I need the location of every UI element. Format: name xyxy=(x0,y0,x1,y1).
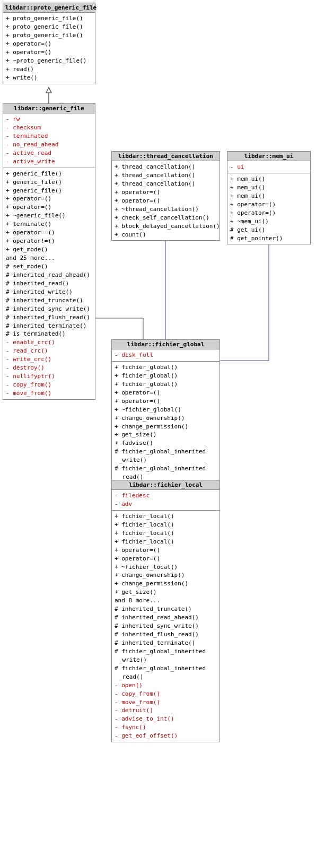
mem-ui-methods: + mem_ui() + mem_ui() + mem_ui() + opera… xyxy=(227,173,310,244)
method-item: + thread_cancellation() xyxy=(115,163,217,171)
method-item: + fichier_local() xyxy=(115,512,217,521)
method-item: + operator=() xyxy=(6,48,92,57)
method-item: + mem_ui() xyxy=(230,183,308,192)
method-item: + block_delayed_cancellation() xyxy=(115,222,217,231)
method-item: + mem_ui() xyxy=(230,175,308,183)
method-item: + operator!=() xyxy=(6,237,92,246)
method-item: - copy_from() xyxy=(115,690,217,698)
method-item: # inherited_sync_write() xyxy=(6,305,92,313)
fichier-local-box: libdar::fichier_local - filedesc - adv +… xyxy=(111,480,220,742)
attr-item: - ui xyxy=(230,163,308,171)
method-item: - move_from() xyxy=(6,389,92,398)
method-item: - nullifyptr() xyxy=(6,372,92,381)
method-item: + check_self_cancellation() xyxy=(115,214,217,222)
generic-file-box: libdar::generic_file - rw - checksum - t… xyxy=(3,103,95,400)
method-item: and 8 more... xyxy=(115,597,217,605)
thread-cancellation-title: libdar::thread_cancellation xyxy=(112,152,220,161)
fichier-global-title: libdar::fichier_global xyxy=(112,340,220,349)
method-item: + operator=() xyxy=(230,209,308,217)
method-item: + operator=() xyxy=(115,555,217,563)
method-item: # inherited_flush_read() xyxy=(115,630,217,639)
method-item: + terminate() xyxy=(6,220,92,229)
method-item: + change_ownership() xyxy=(115,571,217,580)
thread-cancellation-box: libdar::thread_cancellation + thread_can… xyxy=(111,151,220,241)
method-item: _write() xyxy=(115,456,217,464)
method-item: - move_from() xyxy=(115,698,217,707)
method-item: # fichier_global_inherited xyxy=(115,664,217,673)
method-item: + operator=() xyxy=(115,397,217,406)
method-item: + generic_file() xyxy=(6,187,92,195)
method-item: + ~proto_generic_file() xyxy=(6,57,92,65)
fichier-global-box: libdar::fichier_global - disk_full + fic… xyxy=(111,339,220,501)
mem-ui-box: libdar::mem_ui - ui + mem_ui() + mem_ui(… xyxy=(227,151,311,244)
method-item: + thread_cancellation() xyxy=(115,171,217,180)
method-item: - open() xyxy=(115,681,217,690)
proto-generic-file-title: libdar::proto_generic_file xyxy=(3,3,95,13)
method-item: + fichier_global() xyxy=(115,380,217,389)
method-item: + fichier_local() xyxy=(115,521,217,529)
method-item: # get_pointer() xyxy=(230,234,308,243)
method-item: + mem_ui() xyxy=(230,192,308,200)
fichier-local-methods: + fichier_local() + fichier_local() + fi… xyxy=(112,511,220,742)
method-item: # inherited_sync_write() xyxy=(115,622,217,630)
method-item: + proto_generic_file() xyxy=(6,14,92,23)
method-item: + change_ownership() xyxy=(115,414,217,423)
method-item: + ~fichier_global() xyxy=(115,406,217,414)
generic-file-title: libdar::generic_file xyxy=(3,104,95,113)
method-item: + operator=() xyxy=(115,197,217,205)
method-item: + ~fichier_local() xyxy=(115,563,217,572)
method-item: + fichier_global() xyxy=(115,363,217,372)
method-item: _write() xyxy=(115,656,217,664)
method-item: + operator=() xyxy=(115,389,217,397)
method-item: + change_permission() xyxy=(115,580,217,588)
method-item: - advise_to_int() xyxy=(115,715,217,723)
method-item: + operator=() xyxy=(6,203,92,212)
method-item: + operator==() xyxy=(6,229,92,237)
mem-ui-title: libdar::mem_ui xyxy=(227,152,310,161)
method-item: + get_size() xyxy=(115,431,217,439)
attr-item: - active_write xyxy=(6,157,92,166)
thread-cancellation-methods: + thread_cancellation() + thread_cancell… xyxy=(112,161,220,240)
method-item: - copy_from() xyxy=(6,381,92,389)
proto-generic-file-methods: + proto_generic_file() + proto_generic_f… xyxy=(3,13,95,84)
method-item: + proto_generic_file() xyxy=(6,31,92,40)
method-item: # fichier_global_inherited xyxy=(115,647,217,656)
method-item: - read_crc() xyxy=(6,347,92,355)
method-item: + fadvise() xyxy=(115,439,217,448)
method-item: + operator=() xyxy=(115,188,217,197)
method-item: + change_permission() xyxy=(115,423,217,431)
fichier-local-attrs: - filedesc - adv xyxy=(112,490,220,511)
method-item: - fsync() xyxy=(115,723,217,732)
method-item: + count() xyxy=(115,231,217,239)
method-item: + operator=() xyxy=(6,40,92,48)
method-item: + fichier_local() xyxy=(115,538,217,546)
method-item: # get_ui() xyxy=(230,226,308,234)
method-item: + generic_file() xyxy=(6,170,92,178)
generic-file-methods: + generic_file() + generic_file() + gene… xyxy=(3,168,95,399)
method-item: + ~mem_ui() xyxy=(230,217,308,226)
method-item: + operator=() xyxy=(6,195,92,203)
method-item: _read() xyxy=(115,673,217,681)
attr-item: - no_read_ahead xyxy=(6,141,92,149)
method-item: + get_size() xyxy=(115,588,217,597)
method-item: - write_crc() xyxy=(6,355,92,364)
method-item: + thread_cancellation() xyxy=(115,180,217,188)
proto-generic-file-box: libdar::proto_generic_file + proto_gener… xyxy=(3,3,95,84)
method-item: + generic_file() xyxy=(6,178,92,187)
method-item: # fichier_global_inherited xyxy=(115,448,217,456)
mem-ui-attrs: - ui xyxy=(227,161,310,173)
attr-item: - rw xyxy=(6,115,92,124)
attr-item: - adv xyxy=(115,500,217,508)
method-item: + fichier_global() xyxy=(115,372,217,380)
method-item: + operator=() xyxy=(230,200,308,209)
method-item: # fichier_global_inherited xyxy=(115,464,217,473)
method-item: # is_terminated() xyxy=(6,330,92,338)
method-item: + ~generic_file() xyxy=(6,212,92,220)
method-item: - destroy() xyxy=(6,364,92,372)
method-item: # set_mode() xyxy=(6,262,92,271)
attr-item: - filedesc xyxy=(115,492,217,500)
method-item: # inherited_read_ahead() xyxy=(115,613,217,622)
method-item: + ~thread_cancellation() xyxy=(115,205,217,214)
fichier-local-title: libdar::fichier_local xyxy=(112,480,220,490)
fichier-global-attrs: - disk_full xyxy=(112,349,220,362)
